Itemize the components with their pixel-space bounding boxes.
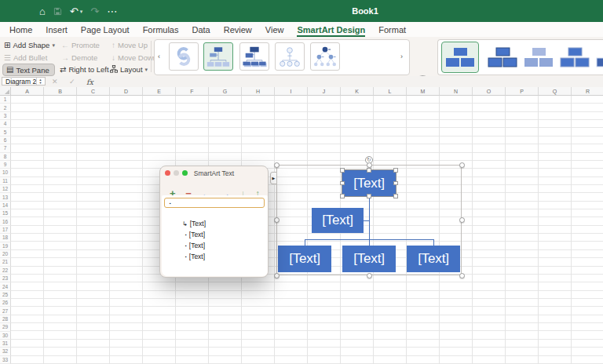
text-pane-item[interactable]: ↳[Text] — [162, 218, 268, 229]
row-header-25[interactable]: 25 — [0, 291, 11, 299]
smartart-node-subordinate-1[interactable]: [Text] — [278, 246, 331, 272]
add-bullet-button[interactable]: ☰ Add Bullet — [4, 53, 47, 63]
row-header-21[interactable]: 21 — [0, 258, 11, 266]
column-header-E[interactable]: E — [143, 87, 176, 96]
more-icon[interactable]: ⋯ — [107, 6, 117, 16]
name-box-spinner[interactable]: ▲▼ — [36, 78, 44, 85]
column-header-D[interactable]: D — [110, 87, 143, 96]
undo-chevron-icon[interactable]: ▾ — [80, 9, 83, 14]
text-pane-item[interactable]: ▪[Text] — [162, 251, 268, 262]
row-header-28[interactable]: 28 — [0, 315, 11, 323]
gallery-next-icon[interactable]: › — [400, 53, 403, 60]
row-header-2[interactable]: 2 — [0, 104, 11, 111]
row-header-16[interactable]: 16 — [0, 217, 11, 225]
column-header-F[interactable]: F — [176, 87, 209, 96]
cancel-entry-icon[interactable]: ✕ — [52, 76, 58, 87]
add-shape-button[interactable]: ⊞ Add Shape ▾ — [4, 40, 55, 50]
layout-thumb-half-circle-organization-chart[interactable] — [275, 42, 305, 71]
frame-resize-handle[interactable] — [367, 162, 372, 168]
text-pane-item[interactable]: ▪[Text] — [162, 240, 268, 251]
row-header-5[interactable]: 5 — [0, 128, 11, 136]
row-header-26[interactable]: 26 — [0, 299, 11, 307]
row-header-13[interactable]: 13 — [0, 193, 11, 201]
move-up-button[interactable]: ↑ Move Up — [111, 40, 148, 50]
row-header-6[interactable]: 6 — [0, 136, 11, 144]
undo-icon[interactable]: ↶▾ — [70, 6, 82, 16]
row-header-32[interactable]: 32 — [0, 348, 11, 355]
column-header-P[interactable]: P — [506, 87, 539, 96]
row-header-22[interactable]: 22 — [0, 267, 11, 275]
tab-data[interactable]: Data — [192, 25, 210, 37]
text-pane-item[interactable]: ▪[Text] — [162, 229, 268, 240]
smartart-node-subordinate-3[interactable]: [Text] — [407, 246, 460, 272]
shape-resize-handle[interactable] — [367, 194, 371, 198]
row-header-1[interactable]: 1 — [0, 96, 11, 104]
row-header-14[interactable]: 14 — [0, 202, 11, 209]
frame-resize-handle[interactable] — [459, 273, 465, 278]
frame-resize-handle[interactable] — [274, 273, 280, 278]
row-header-12[interactable]: 12 — [0, 185, 11, 193]
style-thumb-outline[interactable] — [484, 42, 521, 73]
row-header-17[interactable]: 17 — [0, 226, 11, 234]
row-header-7[interactable]: 7 — [0, 144, 11, 152]
shape-resize-handle[interactable] — [393, 168, 398, 173]
layout-thumb-cycle[interactable] — [169, 42, 199, 71]
column-header-G[interactable]: G — [209, 87, 242, 96]
row-header-8[interactable]: 8 — [0, 153, 11, 161]
insert-function-icon[interactable]: fx — [86, 76, 93, 87]
confirm-entry-icon[interactable]: ✓ — [69, 76, 75, 87]
tab-page-layout[interactable]: Page Layout — [81, 25, 130, 37]
row-header-19[interactable]: 19 — [0, 242, 11, 250]
column-header-J[interactable]: J — [308, 87, 341, 96]
row-header-10[interactable]: 10 — [0, 169, 11, 177]
tab-review[interactable]: Review — [224, 25, 252, 37]
name-box[interactable]: Diagram 2 ▲▼ — [2, 77, 46, 86]
row-header-3[interactable]: 3 — [0, 112, 11, 120]
tab-insert[interactable]: Insert — [46, 25, 68, 37]
shape-resize-handle[interactable] — [340, 181, 345, 186]
tab-format[interactable]: Format — [378, 25, 406, 37]
row-header-24[interactable]: 24 — [0, 282, 11, 290]
column-header-C[interactable]: C — [77, 87, 110, 96]
row-header-31[interactable]: 31 — [0, 340, 11, 348]
right-to-left-button[interactable]: ⇄ Right to Left — [60, 64, 109, 75]
column-header-I[interactable]: I — [275, 87, 308, 96]
column-header-H[interactable]: H — [242, 87, 275, 96]
column-header-R[interactable]: R — [572, 87, 603, 96]
home-icon[interactable]: ⌂ — [39, 6, 46, 16]
frame-resize-handle[interactable] — [367, 273, 372, 278]
smartart-text-titlebar[interactable]: SmartArt Text — [160, 166, 268, 180]
save-icon[interactable] — [53, 7, 62, 16]
layout-thumb-organization-chart[interactable] — [203, 42, 233, 71]
column-header-L[interactable]: L — [374, 87, 407, 96]
tab-formulas[interactable]: Formulas — [143, 25, 179, 37]
column-header-O[interactable]: O — [473, 87, 506, 96]
redo-icon[interactable]: ↷ — [90, 6, 99, 16]
row-header-4[interactable]: 4 — [0, 120, 11, 128]
smartart-node-subordinate-2[interactable]: [Text] — [342, 246, 396, 272]
frame-resize-handle[interactable] — [459, 217, 465, 223]
tab-home[interactable]: Home — [9, 25, 32, 37]
layout-button[interactable]: Layout ▾ — [110, 64, 148, 75]
style-thumb-moderate-effect[interactable] — [556, 42, 594, 73]
select-all-corner[interactable] — [0, 87, 11, 96]
text-pane-button[interactable]: ▤ Text Pane — [2, 64, 55, 76]
frame-resize-handle[interactable] — [274, 162, 280, 168]
layout-thumb-picture-organization-chart[interactable] — [239, 42, 269, 71]
shape-resize-handle[interactable] — [393, 181, 398, 186]
row-header-30[interactable]: 30 — [0, 332, 11, 340]
row-header-20[interactable]: 20 — [0, 250, 11, 258]
style-thumb-subtle-effect[interactable] — [520, 42, 557, 73]
row-header-9[interactable]: 9 — [0, 161, 11, 169]
row-header-29[interactable]: 29 — [0, 323, 11, 331]
shape-resize-handle[interactable] — [340, 194, 345, 198]
tab-smartart-design[interactable]: SmartArt Design — [297, 25, 365, 37]
shape-resize-handle[interactable] — [367, 168, 371, 173]
demote-button[interactable]: → Demote — [61, 53, 97, 63]
tab-view[interactable]: View — [265, 25, 284, 37]
smartart-node-assistant[interactable]: [Text] — [312, 208, 364, 233]
row-header-18[interactable]: 18 — [0, 234, 11, 242]
row-header-33[interactable]: 33 — [0, 356, 11, 364]
style-thumb-intense-effect[interactable] — [592, 42, 603, 73]
row-header-27[interactable]: 27 — [0, 307, 11, 315]
